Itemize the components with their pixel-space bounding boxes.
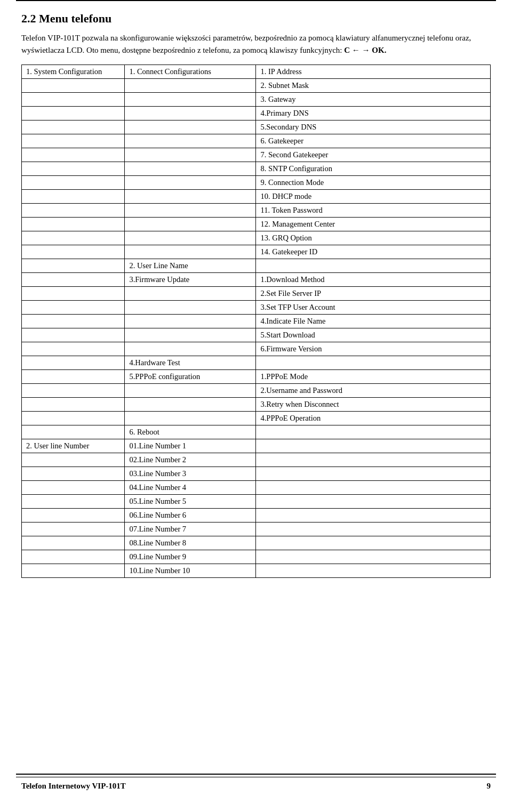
cell-col2 — [125, 398, 256, 412]
cell-col3: 10. DHCP mode — [256, 190, 491, 204]
cell-col1 — [22, 176, 125, 190]
footer-title: Telefon Internetowy VIP-101T — [21, 782, 126, 791]
cell-col3 — [256, 550, 491, 564]
cell-col2 — [125, 328, 256, 342]
cell-col2 — [125, 148, 256, 162]
cell-col2 — [125, 315, 256, 328]
col3-header: 1. IP Address — [256, 65, 491, 79]
cell-col1 — [22, 148, 125, 162]
intro-paragraph: Telefon VIP-101T pozwala na skonfigurowa… — [21, 34, 471, 54]
cell-col3: 13. GRQ Option — [256, 231, 491, 245]
cell-col1 — [22, 536, 125, 550]
keys-label: C ← → OK. — [344, 46, 386, 54]
cell-col1 — [22, 495, 125, 509]
cell-col2: 5.PPPoE configuration — [125, 370, 256, 384]
cell-col2: 10.Line Number 10 — [125, 564, 256, 578]
cell-col3: 3. Gateway — [256, 93, 491, 107]
cell-col3 — [256, 564, 491, 578]
page-content: 2.2 Menu telefonu Telefon VIP-101T pozwa… — [0, 1, 512, 621]
cell-col2: 01.Line Number 1 — [125, 439, 256, 453]
cell-col2 — [125, 412, 256, 425]
cell-col1 — [22, 467, 125, 481]
table-row: 2. User Line Name — [22, 259, 491, 273]
cell-col2 — [125, 120, 256, 134]
cell-col2 — [125, 190, 256, 204]
table-row: 7. Second Gatekeeper — [22, 148, 491, 162]
cell-col1 — [22, 509, 125, 522]
cell-col1 — [22, 79, 125, 93]
cell-col1 — [22, 370, 125, 384]
cell-col2: 09.Line Number 9 — [125, 550, 256, 564]
footer: Telefon Internetowy VIP-101T 9 — [0, 777, 512, 791]
cell-col1 — [22, 328, 125, 342]
table-row: 4.Hardware Test — [22, 356, 491, 370]
section-heading: 2.2 Menu telefonu — [21, 12, 491, 26]
cell-col3: 2.Username and Password — [256, 384, 491, 398]
table-row: 9. Connection Mode — [22, 176, 491, 190]
cell-col3: 8. SNTP Configuration — [256, 162, 491, 176]
cell-col3: 4.Primary DNS — [256, 107, 491, 120]
table-row: 2. Subnet Mask — [22, 79, 491, 93]
cell-col3: 5.Start Download — [256, 328, 491, 342]
cell-col2 — [125, 176, 256, 190]
cell-col1 — [22, 245, 125, 259]
cell-col3 — [256, 356, 491, 370]
cell-col3 — [256, 522, 491, 536]
cell-col2: 4.Hardware Test — [125, 356, 256, 370]
cell-col1 — [22, 287, 125, 301]
cell-col2 — [125, 384, 256, 398]
bottom-border-line — [16, 774, 496, 775]
table-row: 5.Start Download — [22, 328, 491, 342]
table-row: 04.Line Number 4 — [22, 481, 491, 495]
cell-col3: 9. Connection Mode — [256, 176, 491, 190]
table-row: 3.Firmware Update1.Download Method — [22, 273, 491, 287]
footer-page: 9 — [487, 782, 491, 791]
table-row: 10. DHCP mode — [22, 190, 491, 204]
cell-col2 — [125, 93, 256, 107]
cell-col1 — [22, 398, 125, 412]
cell-col1 — [22, 342, 125, 356]
cell-col2 — [125, 204, 256, 218]
cell-col2 — [125, 162, 256, 176]
cell-col2: 06.Line Number 6 — [125, 509, 256, 522]
table-row: 4.Indicate File Name — [22, 315, 491, 328]
cell-col3 — [256, 509, 491, 522]
cell-col2 — [125, 301, 256, 315]
table-row: 3.Set TFP User Account — [22, 301, 491, 315]
table-row: 2.Username and Password — [22, 384, 491, 398]
cell-col3: 2.Set File Server IP — [256, 287, 491, 301]
cell-col3 — [256, 467, 491, 481]
cell-col3: 1.Download Method — [256, 273, 491, 287]
cell-col3 — [256, 259, 491, 273]
cell-col3: 3.Retry when Disconnect — [256, 398, 491, 412]
cell-col3: 3.Set TFP User Account — [256, 301, 491, 315]
cell-col1 — [22, 120, 125, 134]
cell-col3 — [256, 495, 491, 509]
table-row: 6.Firmware Version — [22, 342, 491, 356]
cell-col1 — [22, 425, 125, 439]
table-row: 14. Gatekeeper ID — [22, 245, 491, 259]
table-row: 5.PPPoE configuration1.PPPoE Mode — [22, 370, 491, 384]
cell-col1 — [22, 384, 125, 398]
cell-col3 — [256, 425, 491, 439]
cell-col1 — [22, 93, 125, 107]
cell-col2 — [125, 134, 256, 148]
table-row: 13. GRQ Option — [22, 231, 491, 245]
cell-col3 — [256, 536, 491, 550]
cell-col2: 2. User Line Name — [125, 259, 256, 273]
cell-col2: 04.Line Number 4 — [125, 481, 256, 495]
cell-col3: 5.Secondary DNS — [256, 120, 491, 134]
cell-col1: 2. User line Number — [22, 439, 125, 453]
table-row: 3.Retry when Disconnect — [22, 398, 491, 412]
cell-col3: 6. Gatekeeper — [256, 134, 491, 148]
cell-col3: 6.Firmware Version — [256, 342, 491, 356]
cell-col1 — [22, 315, 125, 328]
cell-col2: 02.Line Number 2 — [125, 453, 256, 467]
cell-col1 — [22, 259, 125, 273]
table-row: 06.Line Number 6 — [22, 509, 491, 522]
cell-col3: 2. Subnet Mask — [256, 79, 491, 93]
table-row: 05.Line Number 5 — [22, 495, 491, 509]
cell-col3 — [256, 481, 491, 495]
cell-col3: 4.PPPoE Operation — [256, 412, 491, 425]
table-row: 4.PPPoE Operation — [22, 412, 491, 425]
